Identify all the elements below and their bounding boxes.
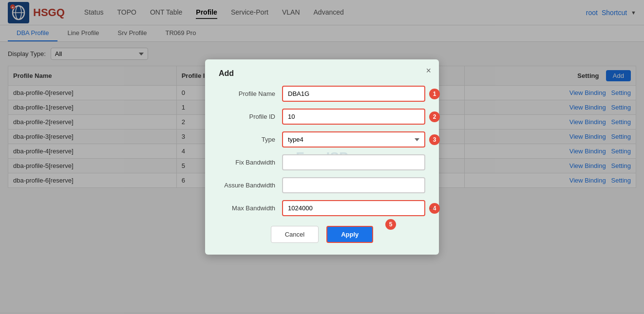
max-bandwidth-label: Max Bandwidth (219, 204, 282, 212)
profile-name-input[interactable] (282, 86, 425, 102)
form-row-profile-id: Profile ID 2 (219, 109, 425, 125)
step1-badge: 1 (429, 89, 440, 99)
cancel-button[interactable]: Cancel (271, 226, 319, 243)
step2-badge: 2 (429, 111, 440, 122)
modal-close-button[interactable]: × (426, 66, 431, 75)
profile-id-input[interactable] (282, 109, 425, 125)
modal-overlay: ForoISP Add × Profile Name 1 Profile ID … (0, 0, 644, 312)
type-select[interactable]: type1 type2 type3 type4 (282, 131, 425, 148)
form-row-assure-bandwidth: Assure Bandwidth (219, 177, 425, 193)
apply-button[interactable]: Apply (326, 226, 373, 243)
fix-bandwidth-label: Fix Bandwidth (219, 159, 282, 166)
form-row-fix-bandwidth: Fix Bandwidth (219, 154, 425, 170)
assure-bandwidth-input[interactable] (282, 177, 425, 193)
add-modal: ForoISP Add × Profile Name 1 Profile ID … (205, 59, 439, 255)
form-row-profile-name: Profile Name 1 (219, 86, 425, 102)
form-row-max-bandwidth: Max Bandwidth 4 ⋯ (219, 200, 425, 216)
modal-footer: 5 Cancel Apply (219, 226, 425, 243)
step3-badge: 3 (429, 134, 440, 145)
type-label: Type (219, 136, 282, 143)
step5-badge: 5 (385, 219, 396, 230)
info-icon: ⋯ (429, 205, 435, 212)
max-bandwidth-input[interactable] (282, 200, 425, 216)
form-row-type: Type type1 type2 type3 type4 3 (219, 131, 425, 148)
fix-bandwidth-input[interactable] (282, 154, 425, 170)
profile-id-label: Profile ID (219, 113, 282, 120)
modal-title: Add (219, 69, 425, 78)
assure-bandwidth-label: Assure Bandwidth (219, 182, 282, 189)
profile-name-label: Profile Name (219, 90, 282, 97)
